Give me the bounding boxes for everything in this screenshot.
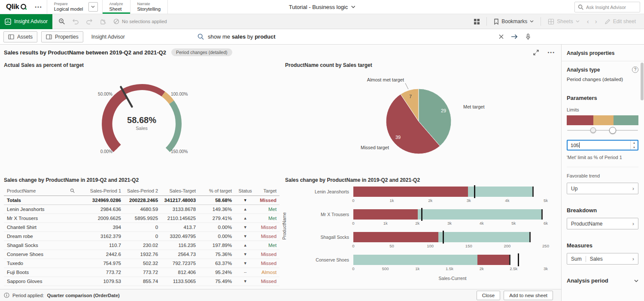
info-icon[interactable] — [4, 292, 9, 298]
expand-button[interactable] — [533, 50, 539, 55]
properties-button[interactable]: Properties — [41, 31, 83, 42]
query-text: show me sales by product — [208, 33, 276, 40]
breakdown-select[interactable]: ProductName › — [567, 218, 638, 229]
bar-segment[interactable] — [438, 232, 530, 242]
met-limit-input[interactable]: 105 ▲▼ — [567, 140, 638, 150]
pie-chart[interactable]: ProductName count by Sales target 72939A… — [281, 57, 561, 172]
measures-select[interactable]: Sum Sales › — [567, 253, 638, 265]
data-table[interactable]: ProductNameSales-Period 1Sales-Period 2S… — [4, 186, 279, 286]
nav-analyze-group: Analyze Sheet — [102, 0, 130, 14]
table-row[interactable]: Sapporo Gloves1079.53855.741133.506575.4… — [4, 277, 279, 286]
sheets-icon — [548, 18, 554, 25]
analysis-type-badge[interactable]: Period changes (detailed) — [171, 48, 232, 56]
nav-item-label: Sheet — [109, 6, 123, 12]
analysis-period-heading[interactable]: Analysis period — [567, 277, 638, 284]
table-row[interactable]: Tuxedo754.975502.32792.7237563.37%▼Misse… — [4, 259, 279, 268]
query-input[interactable]: show me sales by product — [197, 29, 532, 45]
help-icon[interactable]: ? — [632, 66, 638, 73]
svg-text:50.00%: 50.00% — [98, 92, 112, 96]
close-button[interactable]: Close — [477, 291, 500, 300]
column-header[interactable]: Sales-Period 2 — [124, 186, 161, 196]
bar-plot[interactable]: 050100150200250 — [353, 232, 555, 249]
bar-segment[interactable] — [353, 232, 438, 242]
table-row[interactable]: Lenin Jeanshorts2984.6364680.593133.8678… — [4, 205, 279, 214]
nav-analyze[interactable]: Analyze Sheet — [103, 0, 130, 14]
ask-insight-advisor-search[interactable] — [574, 2, 640, 12]
target-marker — [474, 185, 475, 198]
table-row[interactable]: Shagall Socks110.7230.02116.235197.89%▲M… — [4, 241, 279, 250]
column-header[interactable]: ProductName — [4, 186, 78, 196]
bar-segment[interactable] — [418, 209, 542, 220]
step-back-button[interactable] — [69, 15, 82, 28]
panel-scrollbar[interactable] — [641, 63, 644, 100]
bar-segment[interactable] — [468, 187, 533, 197]
table-totals-row[interactable]: Totals324969.0286200228.2465341217.48003… — [4, 196, 279, 205]
app-overview-button[interactable] — [470, 15, 483, 28]
insight-advisor-button[interactable]: Insight Advisor — [0, 14, 52, 29]
stepper-down-button[interactable]: ▼ — [631, 145, 638, 150]
add-to-new-sheet-button[interactable]: Add to new sheet — [504, 291, 553, 300]
no-selections-status: No selections applied — [113, 18, 167, 24]
table-row[interactable]: Fuji Boots773.72773.72812.40695.24%--Alm… — [4, 268, 279, 277]
stepper-up-button[interactable]: ▲ — [631, 141, 638, 145]
column-header[interactable]: Sales-Period 1 — [78, 186, 124, 196]
bar-segment[interactable] — [353, 209, 418, 220]
bar-plot[interactable]: 01k2k3k4k5k — [353, 187, 555, 204]
properties-panel-icon — [46, 34, 52, 39]
svg-text:150.00%: 150.00% — [171, 149, 188, 154]
voice-query-button[interactable] — [526, 33, 531, 40]
more-options-button[interactable]: ••• — [547, 50, 555, 55]
table-header-row: ProductNameSales-Period 1Sales-Period 2S… — [4, 186, 279, 196]
table-row[interactable]: Chantell Shirt3940413.70.00%▼Missed — [4, 223, 279, 232]
submit-query-button[interactable] — [511, 34, 518, 39]
favorable-trend-select[interactable]: Up › — [567, 183, 638, 194]
table-row[interactable]: Dream robe3162.37903320.497950.00%▼Misse… — [4, 232, 279, 241]
clear-selections-icon — [100, 18, 106, 25]
target-marker — [518, 253, 519, 266]
assets-button[interactable]: Assets — [3, 31, 37, 42]
bar-segment[interactable] — [353, 187, 468, 197]
slider-handle-upper[interactable] — [609, 127, 616, 134]
prev-sheet-button[interactable]: ‹ — [584, 19, 592, 24]
target-marker — [421, 208, 422, 221]
table-row[interactable]: Mr X Trousers2009.66255895.99252110.1456… — [4, 214, 279, 223]
svg-text:0.00%: 0.00% — [100, 149, 112, 154]
column-header[interactable]: % of target — [199, 186, 235, 196]
nav-narrate[interactable]: Narrate Storytelling — [131, 0, 167, 14]
x-axis: 050100150200250 — [353, 244, 546, 249]
column-header[interactable]: Status — [235, 186, 255, 196]
bar-plot[interactable]: 01k2k3k4k5k6k — [353, 209, 555, 226]
divider — [541, 17, 541, 26]
slider-track[interactable] — [567, 130, 638, 131]
sheets-button[interactable]: Sheets — [544, 15, 583, 28]
table-row[interactable]: Conserve Shoes2442.61932.762564.7375.36%… — [4, 250, 279, 259]
bar-chart[interactable]: Sales change by ProductName in 2019-Q2 a… — [281, 172, 561, 289]
bar-segment[interactable] — [353, 255, 477, 265]
breakdown-heading: Breakdown — [567, 207, 638, 214]
breakdown-value: ProductName — [571, 221, 602, 227]
app-title-selector[interactable]: Tutorial - Business logic — [289, 0, 355, 14]
svg-text:39: 39 — [395, 135, 401, 140]
nav-prepare[interactable]: Prepare Logical model — [47, 0, 90, 14]
column-header[interactable]: Target — [255, 186, 279, 196]
gauge-chart[interactable]: Actual Sales as percent of target 50.00%… — [0, 57, 281, 172]
chevron-down-icon — [634, 280, 638, 282]
limits-slider[interactable] — [567, 126, 638, 134]
next-sheet-button[interactable]: › — [592, 19, 600, 24]
sales-table[interactable]: Sales change by ProductName in 2019-Q2 a… — [0, 172, 281, 289]
step-forward-button[interactable] — [83, 15, 96, 28]
ask-insight-advisor-input[interactable] — [586, 5, 633, 10]
y-axis-title: ProductName — [282, 212, 287, 240]
edit-sheet-button[interactable]: Edit sheet — [601, 15, 640, 28]
column-header[interactable]: Sales-Target — [161, 186, 199, 196]
slider-handle-lower[interactable] — [590, 127, 596, 133]
insight-search-button[interactable] — [55, 15, 68, 28]
chart-title: Sales change by ProductName in 2019-Q2 a… — [281, 172, 561, 183]
clear-query-button[interactable] — [499, 34, 504, 39]
bar-segment[interactable] — [477, 255, 510, 265]
clear-selections-button[interactable] — [97, 15, 109, 28]
bar-plot[interactable]: 05001k1.5k2k2.5k3k — [353, 255, 555, 272]
bookmarks-button[interactable]: Bookmarks — [490, 15, 538, 28]
more-menu-button[interactable]: ••• — [30, 0, 47, 14]
qlik-logo[interactable]: Qlik — [0, 0, 30, 14]
